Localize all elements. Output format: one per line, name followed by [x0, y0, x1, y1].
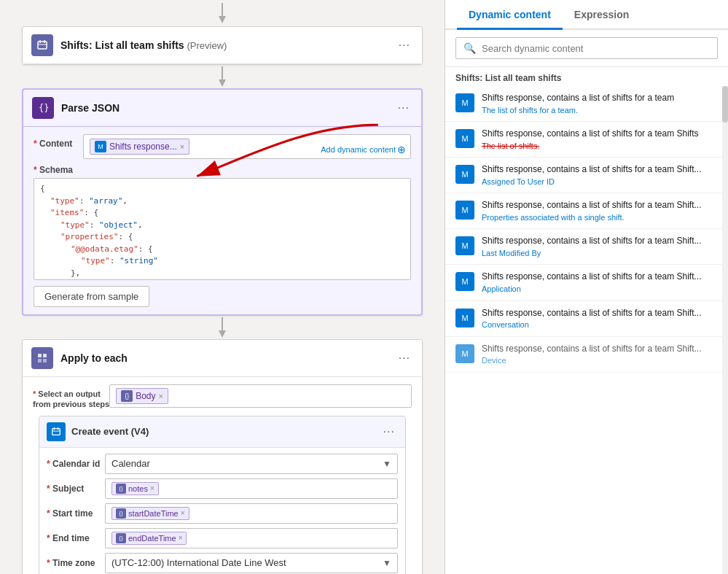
- parse-json-body: * Content M Shifts response... × Add dyn…: [23, 127, 421, 314]
- list-item[interactable]: M Shifts response, contains a list of sh…: [445, 86, 728, 122]
- list-item[interactable]: M Shifts response, contains a list of sh…: [445, 265, 728, 300]
- end-time-row: * End time {} endDateTime ×: [47, 528, 398, 548]
- item-text: Shifts response, contains a list of shif…: [482, 235, 718, 258]
- timezone-chevron: ▼: [383, 558, 391, 568]
- body-token[interactable]: {} Body ×: [116, 388, 168, 404]
- schema-textarea[interactable]: { "type": "array", "items": { "type": "o…: [34, 178, 411, 280]
- timezone-row: * Time zone (UTC-12:00) International Da…: [47, 553, 398, 573]
- subject-input[interactable]: {} notes ×: [105, 478, 398, 499]
- svg-rect-16: [52, 428, 60, 435]
- create-event-icon: [47, 422, 66, 441]
- create-event-card: Create event (V4) ··· * Calendar id Cale…: [39, 416, 406, 574]
- content-label: * Content: [34, 134, 83, 149]
- svg-marker-7: [219, 79, 226, 87]
- start-time-input[interactable]: {} startDateTime ×: [105, 503, 398, 524]
- panel-section-label: Shifts: List all team shifts: [445, 67, 728, 86]
- start-icon: {}: [116, 508, 126, 519]
- content-input[interactable]: M Shifts response... × Add dynamic conte…: [83, 134, 411, 159]
- svg-rect-13: [43, 354, 47, 357]
- end-time-input[interactable]: {} endDateTime ×: [105, 528, 398, 548]
- tab-expression[interactable]: Expression: [563, 0, 641, 30]
- parse-json-title: Parse JSON: [61, 102, 395, 114]
- list-item[interactable]: M Shifts response, contains a list of sh…: [445, 337, 728, 373]
- item-text: Shifts response, contains a list of shif…: [482, 271, 718, 294]
- start-close[interactable]: ×: [181, 509, 185, 517]
- end-close[interactable]: ×: [179, 534, 183, 542]
- apply-card-header: Apply to each ···: [23, 340, 422, 377]
- item-icon: M: [455, 201, 474, 220]
- panel-tabs: Dynamic content Expression: [445, 0, 728, 30]
- select-output-input[interactable]: {} Body ×: [109, 384, 412, 408]
- subject-label: * Subject: [47, 484, 105, 494]
- list-item[interactable]: M Shifts response, contains a list of sh…: [445, 193, 728, 229]
- chip-close[interactable]: ×: [180, 142, 184, 151]
- apply-icon: [31, 347, 53, 369]
- create-event-title: Create event (V4): [71, 426, 380, 437]
- svg-rect-2: [38, 42, 47, 49]
- end-time-label: * End time: [47, 533, 105, 543]
- panel-items-list: M Shifts response, contains a list of sh…: [445, 86, 728, 574]
- search-input[interactable]: [482, 43, 710, 54]
- connector-2: [22, 316, 423, 339]
- add-dynamic-content-link[interactable]: Add dynamic content ⊕: [321, 144, 406, 155]
- svg-text:{}: {}: [39, 103, 49, 113]
- svg-marker-11: [219, 330, 226, 338]
- shifts-card-title: Shifts: List all team shifts (Preview): [60, 39, 396, 51]
- notes-token[interactable]: {} notes ×: [111, 482, 159, 495]
- top-connector: [22, 0, 423, 26]
- svg-rect-15: [43, 359, 47, 362]
- shifts-response-token[interactable]: M Shifts response... ×: [90, 139, 189, 155]
- search-bar: 🔍: [445, 30, 728, 67]
- connector-1: [22, 65, 423, 88]
- timezone-select[interactable]: (UTC-12:00) International Date Line West…: [105, 553, 398, 573]
- start-time-row: * Start time {} startDateTime ×: [47, 503, 398, 524]
- scrollbar-track: [722, 86, 728, 574]
- notes-close[interactable]: ×: [150, 484, 154, 492]
- svg-rect-12: [38, 354, 42, 357]
- tab-dynamic-content[interactable]: Dynamic content: [457, 0, 563, 30]
- parse-json-icon: {}: [32, 97, 54, 119]
- search-input-wrap: 🔍: [455, 37, 718, 59]
- item-text: Shifts response, contains a list of shif…: [482, 92, 718, 115]
- item-icon: M: [455, 344, 474, 363]
- list-item[interactable]: M Shifts response, contains a list of sh…: [445, 158, 728, 193]
- start-time-label: * Start time: [47, 508, 105, 519]
- create-event-header: Create event (V4) ···: [39, 416, 405, 448]
- generate-from-sample-button[interactable]: Generate from sample: [34, 286, 149, 307]
- end-icon: {}: [116, 533, 126, 543]
- create-event-menu[interactable]: ···: [380, 425, 398, 438]
- item-text: Shifts response, contains a list of shif…: [482, 343, 718, 366]
- calendar-id-label: * Calendar id: [47, 459, 105, 469]
- select-output-row: * Select an outputfrom previous steps {}…: [33, 384, 412, 410]
- create-event-body: * Calendar id Calendar ▼ * Subject: [39, 448, 405, 574]
- parse-json-header: {} Parse JSON ···: [23, 90, 421, 127]
- search-icon: 🔍: [463, 42, 476, 54]
- body-close[interactable]: ×: [159, 392, 163, 400]
- apply-card-menu[interactable]: ···: [396, 352, 413, 365]
- scrollbar-thumb[interactable]: [722, 86, 728, 123]
- content-field-row: * Content M Shifts response... × Add dyn…: [34, 134, 411, 159]
- apply-to-each-card: Apply to each ··· * Select an outputfrom…: [22, 339, 423, 574]
- shifts-card: Shifts: List all team shifts (Preview) ·…: [22, 26, 423, 65]
- calendar-chevron: ▼: [383, 459, 391, 469]
- item-icon: M: [455, 93, 474, 112]
- parse-json-menu[interactable]: ···: [395, 101, 412, 115]
- schema-label: * Schema: [34, 165, 411, 175]
- main-container: Shifts: List all team shifts (Preview) ·…: [0, 0, 728, 574]
- item-icon: M: [455, 165, 474, 184]
- shifts-card-menu[interactable]: ···: [396, 39, 413, 52]
- calendar-id-select[interactable]: Calendar ▼: [105, 454, 398, 474]
- list-item[interactable]: M Shifts response, contains a list of sh…: [445, 122, 728, 158]
- item-icon: M: [455, 129, 474, 148]
- end-datetime-token[interactable]: {} endDateTime ×: [111, 532, 187, 545]
- svg-rect-14: [38, 359, 42, 362]
- subject-row: * Subject {} notes ×: [47, 478, 398, 499]
- apply-card-title: Apply to each: [60, 352, 396, 364]
- list-item[interactable]: M Shifts response, contains a list of sh…: [445, 301, 728, 337]
- item-icon: M: [455, 309, 474, 327]
- list-item[interactable]: M Shifts response, contains a list of sh…: [445, 229, 728, 265]
- item-icon: M: [455, 272, 474, 291]
- chip-icon: M: [95, 141, 106, 152]
- shifts-icon: [31, 34, 53, 56]
- start-datetime-token[interactable]: {} startDateTime ×: [111, 507, 189, 520]
